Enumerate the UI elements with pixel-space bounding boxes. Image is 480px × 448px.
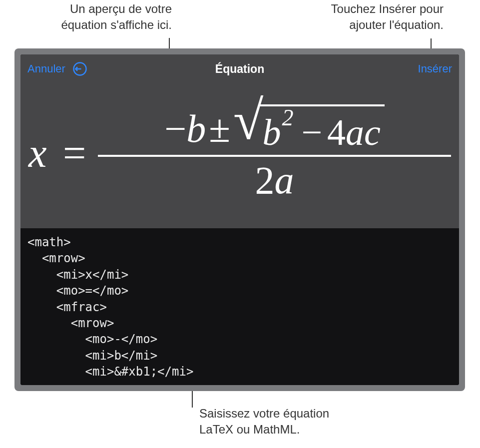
- sym-a: a: [346, 111, 364, 154]
- sym-equals: =: [63, 130, 86, 176]
- sym-b2-base: b: [262, 111, 281, 154]
- sym-b: b: [186, 106, 206, 151]
- callout-insert-text: Touchez Insérer pour ajouter l'équation.: [304, 1, 444, 33]
- undo-icon[interactable]: [72, 61, 87, 76]
- sym-den-two: 2: [255, 158, 275, 202]
- callout-code-text: Saisissez votre équation LaTeX ou MathML…: [199, 406, 354, 438]
- sym-b2-exp: 2: [282, 104, 293, 131]
- dialog-toolbar: Annuler Équation Insérer: [20, 54, 459, 83]
- sym-minus: −: [164, 106, 186, 151]
- cancel-button[interactable]: Annuler: [27, 62, 65, 75]
- equation-preview: x = − b ± √ b 2 − 4: [20, 83, 459, 228]
- page-title: Équation: [215, 62, 264, 76]
- sym-den-a: a: [275, 158, 294, 202]
- radical-icon: √: [233, 101, 263, 140]
- sym-four: 4: [327, 111, 346, 154]
- insert-button[interactable]: Insérer: [418, 62, 452, 75]
- equation-code-input[interactable]: <math> <mrow> <mi>x</mi> <mo>=</mo> <mfr…: [20, 228, 459, 385]
- device-frame: Annuler Équation Insérer x = −: [14, 48, 465, 391]
- sqrt-group: √ b 2 − 4 a c: [233, 104, 385, 154]
- formula-render: x = − b ± √ b 2 − 4: [28, 103, 451, 204]
- sym-x: x: [28, 130, 46, 176]
- callout-preview-text: Un aperçu de votre équation s'affiche ic…: [42, 1, 172, 33]
- equation-dialog: Annuler Équation Insérer x = −: [20, 54, 459, 385]
- sym-pm: ±: [209, 106, 230, 151]
- sym-c: c: [364, 111, 381, 154]
- sym-minus2: −: [301, 111, 322, 154]
